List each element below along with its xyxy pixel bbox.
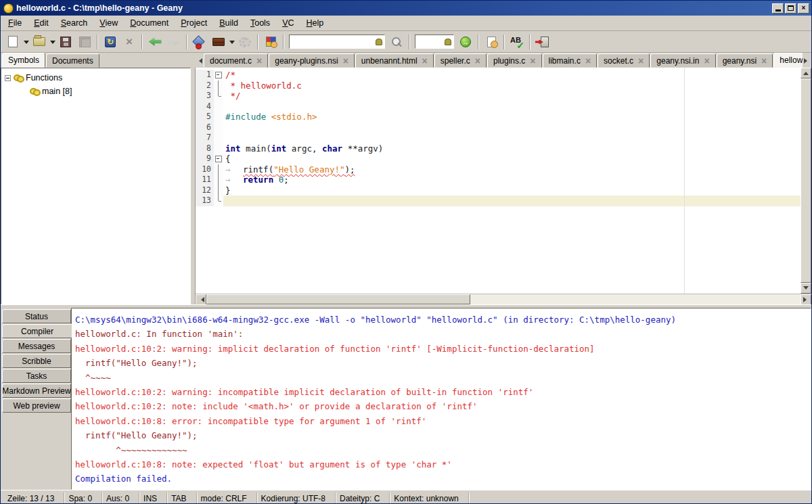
tab-close-icon[interactable]: × <box>704 58 709 64</box>
panel-tab-tasks[interactable]: Tasks <box>2 369 71 383</box>
color-chooser-button[interactable] <box>261 33 280 51</box>
editor-tab-helloworld.c[interactable]: helloworld.c× <box>773 53 803 68</box>
compiler-message-line[interactable]: helloworld.c: In function 'main': <box>75 327 809 341</box>
jump-to-line-button[interactable] <box>456 33 475 51</box>
open-file-dropdown[interactable] <box>49 33 56 51</box>
menu-help[interactable]: Help <box>300 16 330 30</box>
print-button[interactable] <box>482 33 501 51</box>
search-input[interactable] <box>289 35 385 49</box>
compile-button[interactable] <box>190 33 209 51</box>
menu-build[interactable]: Build <box>213 16 244 30</box>
tree-item-main[interactable]: main [8] <box>3 85 189 98</box>
compiler-message-line[interactable]: helloworld.c:10:2: warning: incompatible… <box>75 385 809 399</box>
panel-tab-markdown-preview[interactable]: Markdown Preview <box>2 384 71 398</box>
save-button[interactable] <box>56 33 75 51</box>
scroll-right-button[interactable] <box>800 294 811 304</box>
panel-tab-status[interactable]: Status <box>2 309 71 323</box>
code-text[interactable] <box>223 133 800 143</box>
compiler-message-line[interactable]: helloworld.c:10:8: error: incompatible t… <box>75 414 809 428</box>
code-text[interactable]: { <box>223 154 800 164</box>
spell-check-button[interactable]: AB <box>508 33 526 51</box>
panel-tab-scribble[interactable]: Scribble <box>2 354 71 368</box>
panel-tab-messages[interactable]: Messages <box>2 339 71 353</box>
code-text[interactable] <box>223 101 800 112</box>
editor-horizontal-scrollbar[interactable] <box>196 294 811 304</box>
navigate-back-button[interactable] <box>145 33 164 51</box>
menu-tools[interactable]: Tools <box>244 16 276 30</box>
entry-clear-icon[interactable] <box>445 39 451 45</box>
code-text[interactable]: * helloworld.c <box>223 81 800 91</box>
code-text[interactable]: →return 0; <box>223 175 800 185</box>
editor-tab-document.c[interactable]: document.c× <box>204 53 268 68</box>
editor-tab-speller.c[interactable]: speller.c× <box>434 53 487 68</box>
editor-vertical-scrollbar[interactable] <box>800 68 811 294</box>
editor-tab-unbenannt.html[interactable]: unbenannt.html× <box>355 53 434 68</box>
editor-tab-plugins.c[interactable]: plugins.c× <box>487 53 542 68</box>
new-file-dropdown[interactable] <box>22 33 30 51</box>
tab-close-icon[interactable]: × <box>256 58 262 64</box>
code-editor[interactable]: 1/*2 * helloworld.c3 */45#include <stdio… <box>196 68 800 294</box>
compiler-message-line[interactable]: ^~~~~ <box>75 371 809 385</box>
expander-icon[interactable] <box>5 75 11 81</box>
menu-edit[interactable]: Edit <box>28 16 55 30</box>
code-text[interactable]: #include <stdio.h> <box>223 112 800 122</box>
code-text[interactable]: →rintf("Hello Geany!"); <box>223 164 800 175</box>
editor-tab-libmain.c[interactable]: libmain.c× <box>543 53 597 68</box>
scroll-left-button[interactable] <box>196 294 206 304</box>
editor-tab-socket.c[interactable]: socket.c× <box>597 53 650 68</box>
goto-line-input[interactable] <box>415 35 454 49</box>
open-file-button[interactable] <box>30 33 49 51</box>
menu-search[interactable]: Search <box>55 16 94 30</box>
tab-close-icon[interactable]: × <box>638 58 644 64</box>
new-file-button[interactable] <box>3 33 22 51</box>
menu-view[interactable]: View <box>93 16 124 30</box>
menu-document[interactable]: Document <box>124 16 175 30</box>
build-dropdown[interactable] <box>228 33 235 51</box>
code-text[interactable]: */ <box>223 91 800 101</box>
code-text[interactable]: } <box>223 185 800 196</box>
entry-clear-icon[interactable] <box>376 39 382 45</box>
menu-project[interactable]: Project <box>175 16 213 30</box>
fold-margin[interactable] <box>214 154 223 164</box>
minimize-button[interactable] <box>772 3 784 14</box>
code-text[interactable]: /* <box>223 70 800 81</box>
editor-tab-geany-plugins.nsi[interactable]: geany-plugins.nsi× <box>269 53 355 68</box>
scroll-up-button[interactable] <box>800 68 811 78</box>
sidebar-tab-symbols[interactable]: Symbols <box>2 53 45 68</box>
vertical-scroll-thumb[interactable] <box>800 78 811 283</box>
panel-tab-compiler[interactable]: Compiler <box>2 324 72 338</box>
editor-tab-geany.nsi[interactable]: geany.nsi× <box>717 53 773 68</box>
close-button[interactable] <box>120 33 139 51</box>
code-text[interactable] <box>223 196 800 206</box>
code-text[interactable] <box>223 122 800 133</box>
editor-tab-geany.nsi.in[interactable]: geany.nsi.in× <box>650 53 715 68</box>
compiler-message-line[interactable]: C:\msys64\mingw32\bin\i686-w64-mingw32-g… <box>75 313 809 327</box>
panel-tab-web-preview[interactable]: Web preview <box>2 398 71 413</box>
tab-close-icon[interactable]: × <box>585 58 591 64</box>
search-button[interactable] <box>387 33 406 51</box>
compiler-message-line[interactable]: helloworld.c:10:8: note: expected 'float… <box>75 457 809 472</box>
fold-margin[interactable] <box>214 70 223 81</box>
horizontal-scroll-thumb[interactable] <box>206 294 470 304</box>
compiler-message-line[interactable]: rintf("Hello Geany!"); <box>75 428 809 442</box>
quit-button[interactable] <box>533 33 552 51</box>
scroll-down-button[interactable] <box>800 283 811 294</box>
sidebar-tab-documents[interactable]: Documents <box>46 53 99 68</box>
compiler-message-line[interactable]: helloworld.c:10:2: warning: implicit dec… <box>75 342 809 356</box>
compiler-message-line[interactable]: ^~~~~~~~~~~~~~ <box>75 443 809 457</box>
tab-scroll-right[interactable] <box>803 54 811 68</box>
compiler-message-line[interactable]: helloworld.c:10:2: note: include '<math.… <box>75 399 809 413</box>
compiler-message-line[interactable]: rintf("Hello Geany!"); <box>75 356 809 370</box>
tab-close-icon[interactable]: × <box>761 58 767 64</box>
close-window-button[interactable]: × <box>798 3 809 14</box>
tab-close-icon[interactable]: × <box>475 58 480 64</box>
tab-close-icon[interactable]: × <box>343 58 348 64</box>
tree-item-functions[interactable]: Functions <box>3 71 189 85</box>
build-button[interactable] <box>209 33 228 51</box>
menu-file[interactable]: File <box>2 16 28 30</box>
compiler-message-line[interactable]: Compilation failed. <box>75 472 809 486</box>
code-text[interactable]: int main(int argc, char **argv) <box>223 143 800 154</box>
menu-vc[interactable]: VC <box>276 16 300 30</box>
tab-close-icon[interactable]: × <box>530 58 535 64</box>
tab-scroll-left[interactable] <box>195 54 204 68</box>
